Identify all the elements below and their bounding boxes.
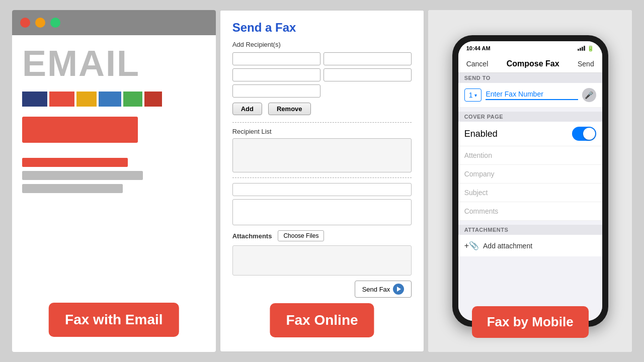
fax-form-title: Send a Fax [232, 21, 412, 35]
send-fax-label: Send Fax [362, 286, 390, 293]
divider-2 [232, 177, 412, 178]
stripe-red [22, 158, 128, 167]
attachment-preview [232, 245, 412, 276]
subject-field[interactable] [232, 183, 412, 196]
bar-6 [144, 92, 162, 107]
attachments-label: Attachments [232, 232, 272, 240]
add-remove-row: Add Remove [232, 103, 412, 115]
play-icon [393, 284, 404, 295]
fax-number-input[interactable]: Enter Fax Number [486, 90, 578, 100]
battery-icon: 🔋 [587, 45, 594, 52]
status-time: 10:44 AM [466, 45, 491, 51]
main-container: EMAIL Fax with Email Send a Fax Add Reci… [10, 8, 634, 354]
send-fax-button[interactable]: Send Fax [355, 281, 412, 298]
cover-page-header: COVER PAGE [458, 112, 602, 122]
signal-bars [578, 46, 585, 51]
add-attachment-row[interactable]: +📎 Add attachment [458, 235, 602, 256]
remove-button[interactable]: Remove [268, 103, 311, 115]
email-title: EMAIL [22, 45, 206, 81]
phone-screen: 10:44 AM 🔋 Canc [458, 41, 602, 321]
mobile-label-button[interactable]: Fax by Mobile [472, 306, 589, 338]
subject-field-mobile[interactable]: Subject [458, 184, 602, 202]
nav-cancel[interactable]: Cancel [466, 60, 489, 68]
email-titlebar [12, 10, 216, 35]
mobile-panel: 10:44 AM 🔋 Canc [428, 10, 632, 352]
recipient-list-label: Recipient List [232, 128, 412, 135]
nav-send[interactable]: Send [578, 60, 594, 68]
recipient-field-4[interactable] [324, 68, 412, 81]
signal-bar-3 [582, 47, 583, 51]
stripe-gray2 [22, 184, 123, 193]
email-label-button[interactable]: Fax with Email [49, 303, 179, 337]
bar-5 [123, 92, 142, 107]
add-button[interactable]: Add [232, 103, 262, 115]
bar-3 [76, 92, 97, 107]
send-to-row: 1 ▾ Enter Fax Number 🎤 [458, 83, 602, 108]
message-textarea[interactable] [232, 199, 412, 225]
red-dot[interactable] [20, 18, 30, 28]
recipient-grid [232, 52, 412, 98]
nav-title: Compose Fax [507, 59, 559, 68]
status-bar: 10:44 AM 🔋 [458, 41, 602, 55]
country-select[interactable]: 1 ▾ [464, 88, 482, 102]
recipient-field-5[interactable] [232, 84, 320, 98]
add-recipient-label: Add Recipient(s) [232, 41, 412, 48]
attachments-section: ATTACHMENTS +📎 Add attachment [458, 225, 602, 256]
country-code: 1 [469, 91, 473, 99]
yellow-dot[interactable] [35, 18, 45, 28]
phone-navbar: Cancel Compose Fax Send [458, 55, 602, 73]
enabled-label: Enabled [464, 129, 498, 139]
stripe-gray1 [22, 171, 143, 180]
send-to-header: SEND TO [458, 73, 602, 83]
cover-page-toggle[interactable] [572, 127, 596, 141]
microphone-icon[interactable]: 🎤 [582, 88, 596, 102]
status-icons: 🔋 [578, 45, 594, 52]
email-body: EMAIL [12, 35, 216, 207]
red-block [22, 117, 138, 143]
color-bars [22, 92, 206, 107]
signal-bar-2 [580, 48, 581, 51]
green-dot[interactable] [50, 18, 60, 28]
divider-1 [232, 122, 412, 123]
chevron-down-icon: ▾ [474, 93, 477, 98]
choose-files-button[interactable]: Choose Files [278, 230, 324, 241]
phone-frame: 10:44 AM 🔋 Canc [452, 35, 608, 327]
recipient-list-box [232, 138, 412, 172]
comments-field[interactable]: Comments [458, 202, 602, 221]
attachment-icon: +📎 [464, 241, 479, 250]
online-label-button[interactable]: Fax Online [270, 303, 374, 337]
attention-field[interactable]: Attention [458, 146, 602, 165]
phone-content: SEND TO 1 ▾ Enter Fax Number 🎤 COVER PAG… [458, 73, 602, 321]
recipient-field-1[interactable] [232, 52, 320, 65]
company-field[interactable]: Company [458, 165, 602, 184]
signal-bar-1 [578, 49, 579, 51]
recipient-field-3[interactable] [232, 68, 320, 81]
attachments-header: ATTACHMENTS [458, 225, 602, 235]
signal-bar-4 [584, 46, 585, 51]
bar-1 [22, 92, 47, 107]
send-fax-row: Send Fax [232, 281, 412, 298]
add-attachment-label: Add attachment [483, 242, 532, 250]
online-panel: Send a Fax Add Recipient(s) Add Remove R… [220, 10, 425, 352]
bar-2 [49, 92, 74, 107]
bar-4 [99, 92, 121, 107]
cover-enabled-row: Enabled [458, 122, 602, 146]
recipient-field-2[interactable] [324, 52, 412, 65]
mobile-bg: 10:44 AM 🔋 Canc [428, 10, 632, 352]
fax-form: Send a Fax Add Recipient(s) Add Remove R… [220, 11, 424, 308]
stripe-lines [22, 158, 206, 193]
email-panel: EMAIL Fax with Email [12, 10, 216, 352]
cover-page-section: COVER PAGE Enabled Attention Company Sub… [458, 112, 602, 221]
attachments-row: Attachments Choose Files [232, 230, 412, 241]
